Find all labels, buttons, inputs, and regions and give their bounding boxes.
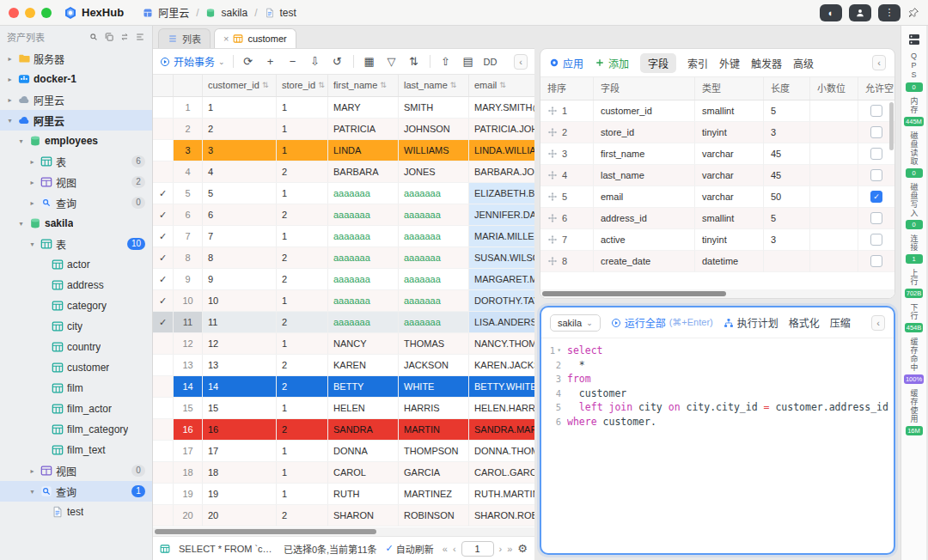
collapse-sql-button[interactable]: ‹ bbox=[871, 315, 885, 331]
cell[interactable]: 2 bbox=[203, 119, 277, 140]
cell[interactable]: WILLIAMS bbox=[399, 140, 469, 161]
field-length-cell[interactable] bbox=[764, 251, 810, 272]
field-name-cell[interactable]: create_date bbox=[594, 251, 695, 272]
search-icon[interactable] bbox=[89, 32, 99, 42]
field-decimals-cell[interactable] bbox=[810, 208, 858, 229]
cell[interactable]: WHITE bbox=[399, 376, 469, 398]
cell[interactable]: 2 bbox=[277, 269, 328, 290]
field-nullable-cell[interactable] bbox=[858, 251, 894, 272]
row-checkbox[interactable] bbox=[153, 376, 174, 398]
structure-tab-触发器[interactable]: 触发器 bbox=[751, 56, 782, 70]
sheet-icon[interactable]: ▤ bbox=[461, 55, 475, 68]
table-row[interactable]: ✓771aaaaaaaaaaaaaaMARIA.MILLER bbox=[153, 226, 534, 247]
cell[interactable]: LINDA bbox=[328, 140, 399, 161]
tree-arrow-icon[interactable]: ▾ bbox=[5, 117, 15, 125]
field-sort-cell[interactable]: 8 bbox=[540, 251, 594, 272]
nullable-checkbox[interactable] bbox=[870, 234, 882, 246]
field-row[interactable]: 6address_idsmallint5 bbox=[540, 208, 894, 229]
undo-icon[interactable]: ↺ bbox=[331, 55, 345, 68]
row-checkbox[interactable] bbox=[153, 505, 174, 527]
cell[interactable]: SUSAN.WILSO bbox=[469, 247, 534, 269]
cell[interactable]: 1 bbox=[277, 333, 328, 355]
cell[interactable]: aaaaaaa bbox=[399, 247, 469, 269]
cell[interactable]: SHARON.ROBI bbox=[469, 505, 534, 527]
cell[interactable]: 1 bbox=[277, 441, 328, 462]
field-decimals-cell[interactable] bbox=[810, 229, 858, 251]
code-line[interactable]: 3from bbox=[541, 372, 894, 387]
monitor-item[interactable]: 磁盘写入0 bbox=[906, 183, 923, 229]
field-sort-cell[interactable]: 7 bbox=[540, 229, 594, 251]
sql-code-editor[interactable]: 1▾select2 *3from4 customer5 left join ci… bbox=[541, 338, 894, 553]
pin-icon[interactable] bbox=[907, 7, 919, 19]
cell[interactable]: 2 bbox=[277, 355, 328, 376]
cell[interactable]: THOMAS bbox=[399, 333, 469, 355]
explain-plan-button[interactable]: 执行计划 bbox=[723, 315, 778, 330]
field-length-cell[interactable]: 5 bbox=[764, 100, 810, 122]
field-decimals-cell[interactable] bbox=[810, 100, 858, 122]
monitor-item[interactable]: 缓存命中100% bbox=[904, 338, 924, 384]
collapse-structure-button[interactable]: ‹ bbox=[872, 55, 886, 70]
sort-icon[interactable]: ⇅ bbox=[318, 75, 325, 96]
sidebar-item-table-customer[interactable]: customer bbox=[0, 357, 152, 378]
row-checkbox[interactable] bbox=[153, 462, 174, 484]
cell[interactable]: aaaaaaa bbox=[328, 226, 399, 247]
structure-tab-添加[interactable]: 添加 bbox=[595, 56, 629, 70]
cell[interactable]: JOHNSON bbox=[399, 119, 469, 140]
close-icon[interactable]: × bbox=[223, 33, 229, 44]
tree-arrow-icon[interactable]: ▾ bbox=[27, 488, 37, 496]
breadcrumb[interactable]: 阿里云/sakila/test bbox=[143, 5, 296, 20]
table-row[interactable]: 15151HELENHARRISHELEN.HARRIS bbox=[153, 398, 534, 419]
cell[interactable]: MARGARET.MO bbox=[469, 269, 534, 290]
cell[interactable]: 2 bbox=[277, 505, 328, 527]
row-checkbox[interactable]: ✓ bbox=[153, 312, 174, 333]
cell[interactable]: aaaaaaa bbox=[399, 183, 469, 204]
field-length-cell[interactable]: 50 bbox=[764, 186, 810, 208]
nullable-checkbox[interactable]: ✓ bbox=[870, 191, 882, 203]
cell[interactable]: aaaaaaa bbox=[328, 290, 399, 312]
field-length-cell[interactable]: 5 bbox=[764, 208, 810, 229]
fields-hscrollbar[interactable] bbox=[540, 289, 894, 298]
cell[interactable]: aaaaaaa bbox=[399, 290, 469, 312]
zoom-window-button[interactable] bbox=[41, 8, 52, 18]
field-nullable-cell[interactable]: ✓ bbox=[858, 186, 894, 208]
scrollbar-thumb[interactable] bbox=[542, 291, 726, 296]
structure-tab-字段[interactable]: 字段 bbox=[640, 53, 676, 73]
table-row[interactable]: 331LINDAWILLIAMSLINDA.WILLIAM bbox=[153, 140, 534, 161]
row-checkbox[interactable]: ✓ bbox=[153, 247, 174, 269]
cell[interactable]: 10 bbox=[203, 290, 277, 312]
table-row[interactable]: 221PATRICIAJOHNSONPATRICIA.JOHN bbox=[153, 119, 534, 140]
field-name-cell[interactable]: first_name bbox=[594, 143, 695, 165]
cell[interactable]: LISA.ANDERSO bbox=[469, 312, 534, 333]
monitor-item[interactable]: QPS0 bbox=[906, 52, 923, 92]
nullable-checkbox[interactable] bbox=[870, 105, 882, 117]
field-name-cell[interactable]: address_id bbox=[594, 208, 695, 229]
table-row[interactable]: 12121NANCYTHOMASNANCY.THOMA bbox=[153, 333, 534, 355]
cell[interactable]: ELIZABETH.BR bbox=[469, 183, 534, 204]
import-icon[interactable]: ⇧ bbox=[439, 55, 453, 68]
cell[interactable]: aaaaaaa bbox=[328, 269, 399, 290]
cell[interactable]: 1 bbox=[277, 183, 328, 204]
field-name-cell[interactable]: store_id bbox=[594, 122, 695, 143]
breadcrumb-item[interactable]: sakila bbox=[221, 7, 247, 19]
tree-arrow-icon[interactable]: ▸ bbox=[5, 96, 15, 104]
cell[interactable]: ROBINSON bbox=[399, 505, 469, 527]
scrollbar-thumb[interactable] bbox=[155, 529, 376, 534]
fold-icon[interactable]: ▾ bbox=[557, 344, 561, 358]
field-length-cell[interactable]: 45 bbox=[764, 165, 810, 186]
field-length-cell[interactable]: 3 bbox=[764, 229, 810, 251]
sidebar-item-table-city[interactable]: city bbox=[0, 316, 152, 337]
cell[interactable]: HARRIS bbox=[399, 398, 469, 419]
field-sort-cell[interactable]: 1 bbox=[540, 100, 594, 122]
cell[interactable]: 1 bbox=[277, 462, 328, 484]
cell[interactable]: BARBARA bbox=[328, 161, 399, 183]
field-sort-cell[interactable]: 5 bbox=[540, 186, 594, 208]
cell[interactable]: 6 bbox=[203, 204, 277, 226]
database-select[interactable]: sakila ⌄ bbox=[550, 314, 601, 332]
refresh-icon[interactable]: ⟳ bbox=[241, 55, 255, 68]
field-name-cell[interactable]: email bbox=[594, 186, 695, 208]
row-checkbox[interactable] bbox=[153, 333, 174, 355]
cell[interactable]: KAREN.JACKSO bbox=[469, 355, 534, 376]
cell[interactable]: SANDRA bbox=[328, 419, 399, 441]
tree-arrow-icon[interactable]: ▾ bbox=[27, 240, 37, 248]
gear-icon[interactable]: ⚙ bbox=[517, 542, 528, 555]
